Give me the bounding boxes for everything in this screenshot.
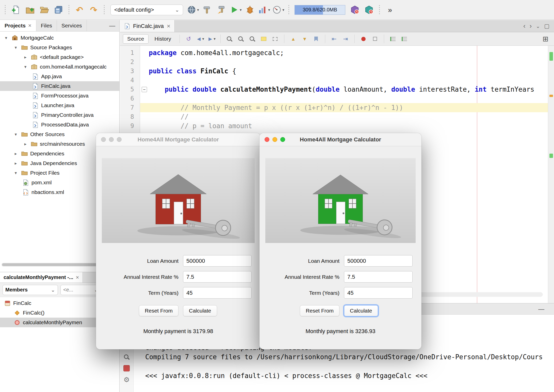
comment-button[interactable] (388, 34, 398, 44)
shift-right-button[interactable]: ⇥ (341, 34, 350, 44)
expander-closed-icon[interactable]: ▸ (22, 141, 28, 147)
snapshot-b-button[interactable] (363, 3, 375, 17)
close-window-icon[interactable] (101, 137, 106, 142)
zoom-window-icon[interactable] (280, 137, 285, 142)
source-view-button[interactable]: Source (123, 34, 149, 44)
stop-macro-button[interactable] (370, 34, 380, 44)
expander-open-icon[interactable]: ▾ (22, 64, 28, 70)
tree-item[interactable]: ProcessedData.java (0, 120, 119, 129)
tree-item[interactable]: PrimaryController.java (0, 110, 119, 120)
tab-files[interactable]: Files (36, 20, 57, 31)
tree-item[interactable]: ▾MortgageCalc (0, 33, 119, 43)
navigator-tab[interactable]: calculateMonthlyPayment -... × (0, 272, 83, 283)
type-filter-select[interactable]: <e... ⌄ (60, 285, 101, 295)
undo-button[interactable]: ↶ (73, 3, 86, 17)
code-line[interactable]: 5− public double calculateMonthlyPayment… (120, 85, 548, 94)
scrollbar-thumb[interactable] (2, 263, 105, 266)
minimize-window-icon[interactable] (272, 137, 277, 142)
code-line[interactable]: 3public class FinCalc { (120, 67, 548, 76)
window-titlebar[interactable]: Home4All Mortgage Calculator (259, 133, 421, 146)
split-grid-icon[interactable]: ⊞ (543, 35, 551, 43)
toggle-bookmark-button[interactable] (311, 34, 321, 44)
overflow-button[interactable]: » (384, 3, 396, 17)
close-icon[interactable]: × (76, 274, 79, 281)
expander-open-icon[interactable]: ▾ (13, 132, 19, 137)
shift-left-button[interactable]: ⇤ (329, 34, 339, 44)
web-button[interactable]: ▾ (187, 3, 199, 17)
scroll-tabs-left-icon[interactable]: ‹ (523, 22, 526, 30)
debug-button[interactable] (243, 3, 256, 17)
jump-forward-button[interactable]: ►▾ (207, 34, 216, 44)
memory-gauge[interactable]: 309.8/620.0MB (295, 5, 345, 15)
profile-button[interactable]: ▾ (258, 3, 270, 17)
tab-services[interactable]: Services (57, 20, 87, 31)
code-line[interactable]: 7 // Monthly Payment = p x ((r x (1+r)^n… (120, 103, 548, 112)
code-line[interactable]: 1package com.home4all.mortgagecalc; (120, 48, 548, 57)
reset-button[interactable]: Reset From (139, 305, 178, 316)
code-line[interactable]: 2 (120, 57, 548, 67)
expander-open-icon[interactable]: ▾ (13, 170, 19, 176)
expander-closed-icon[interactable]: ▸ (13, 161, 19, 166)
expander-closed-icon[interactable]: ▸ (13, 151, 19, 156)
expander-open-icon[interactable]: ▾ (13, 45, 19, 50)
close-icon[interactable]: × (28, 22, 31, 29)
maximize-window-icon[interactable]: ▢ (544, 23, 549, 29)
tree-item[interactable]: FormProcessor.java (0, 91, 119, 101)
code-line[interactable]: 6 (120, 94, 548, 103)
code-line[interactable]: 8 // (120, 112, 548, 121)
history-view-button[interactable]: History (150, 34, 175, 44)
find-previous-button[interactable] (236, 34, 246, 44)
clean-build-button[interactable] (215, 3, 228, 17)
tree-item[interactable]: ▸<default package> (0, 52, 119, 62)
loan-amount-field-input[interactable] (183, 255, 252, 267)
minimize-panel-icon[interactable]: — (105, 22, 119, 29)
window-titlebar[interactable]: Home4All Mortgage Calculator (96, 133, 260, 146)
toggle-highlight-button[interactable] (259, 34, 269, 44)
term-years-field-input[interactable] (183, 287, 252, 299)
tree-item[interactable]: ▾Source Packages (0, 43, 119, 52)
open-project-button[interactable] (38, 3, 51, 17)
run-button[interactable]: ▾ (229, 3, 242, 17)
new-file-button[interactable] (9, 3, 22, 17)
expander-closed-icon[interactable]: ▸ (22, 55, 28, 60)
uncomment-button[interactable] (400, 34, 409, 44)
output-minimize-icon[interactable]: — (534, 305, 548, 313)
redo-button[interactable]: ↷ (87, 3, 100, 17)
last-edit-button[interactable]: ↺ (184, 34, 193, 44)
fold-collapse-icon[interactable]: − (142, 87, 147, 92)
rectangular-selection-button[interactable] (270, 34, 280, 44)
editor-tab-fincalc[interactable]: FinCalc.java × (120, 20, 175, 32)
interest-rate-field-input[interactable] (344, 271, 413, 283)
calculate-button[interactable]: Calculate (344, 305, 378, 316)
find-button[interactable] (225, 34, 234, 44)
members-filter-select[interactable]: Members ⌄ (3, 285, 58, 295)
reset-button[interactable]: Reset From (300, 305, 339, 316)
output-search-icon[interactable] (124, 354, 129, 360)
fold-icon[interactable]: − (140, 87, 149, 92)
previous-bookmark-button[interactable]: ▲ (288, 34, 298, 44)
minimize-window-icon[interactable] (109, 137, 114, 142)
zoom-window-icon[interactable] (117, 137, 122, 142)
tree-item[interactable]: ▾com.home4all.mortgagecalc (0, 62, 119, 72)
close-icon[interactable]: × (167, 23, 170, 30)
term-years-field-input[interactable] (344, 287, 413, 299)
config-select[interactable]: <default config>⌄ (110, 5, 183, 15)
save-all-button[interactable] (52, 3, 65, 17)
code-line[interactable]: 9 // p = loan amount (120, 121, 548, 130)
tree-item[interactable]: Launcher.java (0, 101, 119, 110)
jump-back-button[interactable]: ◄▾ (195, 34, 205, 44)
find-next-button[interactable] (248, 34, 257, 44)
tree-item[interactable]: App.java (0, 72, 119, 81)
tab-list-chevron-icon[interactable]: ⌄ (536, 23, 540, 29)
tree-item[interactable]: FinCalc.java (0, 81, 119, 91)
new-project-button[interactable] (24, 3, 36, 17)
build-button[interactable] (201, 3, 214, 17)
code-line[interactable]: 4 (120, 76, 548, 85)
scroll-tabs-right-icon[interactable]: › (530, 22, 532, 30)
output-stop-icon[interactable] (123, 365, 130, 371)
gauge-button[interactable]: ▾ (272, 3, 285, 17)
tab-projects[interactable]: Projects × (0, 20, 36, 31)
record-macro-button[interactable] (359, 34, 368, 44)
expander-open-icon[interactable]: ▾ (3, 35, 9, 41)
loan-amount-field-input[interactable] (344, 255, 413, 267)
